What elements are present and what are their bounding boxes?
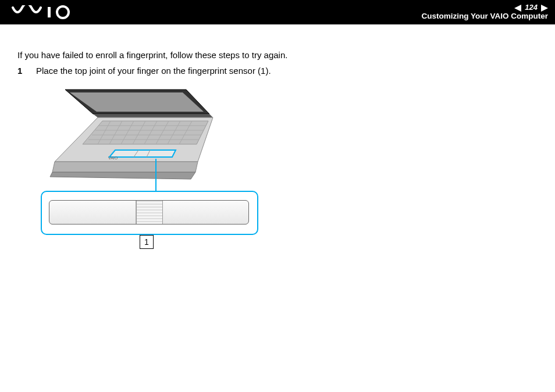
svg-text:VAIO: VAIO <box>108 156 118 160</box>
fingerprint-figure: VAIO 1 <box>41 86 291 255</box>
vaio-logo <box>12 5 76 19</box>
callout-number: 1 <box>144 237 149 247</box>
svg-marker-19 <box>109 150 176 157</box>
page-nav: 124 <box>421 3 548 12</box>
touchpad-right-button <box>163 201 249 224</box>
intro-text: If you have failed to enroll a fingerpri… <box>17 50 539 60</box>
prev-page-arrow-icon[interactable] <box>514 5 521 12</box>
touchpad-buttons-detail <box>49 200 249 224</box>
page-content: If you have failed to enroll a fingerpri… <box>0 24 555 255</box>
svg-point-1 <box>57 6 69 18</box>
next-page-arrow-icon[interactable] <box>541 5 548 12</box>
svg-marker-6 <box>83 121 208 144</box>
step-1: 1 Place the top joint of your finger on … <box>17 66 539 76</box>
laptop-illustration-icon: VAIO <box>41 86 233 188</box>
touchpad-left-button <box>49 201 136 224</box>
header-right: 124 Customizing Your VAIO Computer <box>421 3 548 20</box>
callout-number-box: 1 <box>140 235 154 249</box>
vaio-logo-icon <box>12 5 76 19</box>
svg-marker-23 <box>50 172 195 179</box>
step-text: Place the top joint of your finger on th… <box>36 66 539 76</box>
callout-leader-line <box>155 159 156 191</box>
page-header: 124 Customizing Your VAIO Computer <box>0 0 555 24</box>
svg-marker-22 <box>52 162 198 172</box>
svg-rect-0 <box>48 7 51 17</box>
page-number: 124 <box>525 3 538 12</box>
fingerprint-sensor <box>136 201 163 224</box>
section-title: Customizing Your VAIO Computer <box>421 12 548 21</box>
step-number: 1 <box>17 66 26 76</box>
svg-marker-4 <box>93 114 213 117</box>
